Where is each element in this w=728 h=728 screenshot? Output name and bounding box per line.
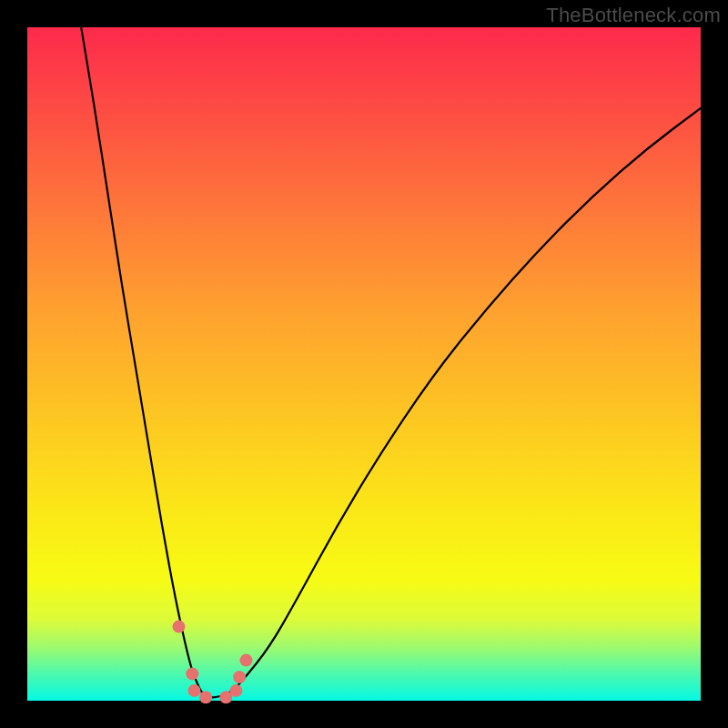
chart-frame: TheBottleneck.com — [0, 0, 728, 728]
curve-layer — [27, 27, 701, 701]
data-point-p3 — [188, 684, 201, 697]
data-point-p6 — [229, 684, 242, 697]
bottleneck-curve — [81, 27, 701, 697]
data-point-p2 — [186, 667, 198, 680]
data-point-p4 — [199, 691, 212, 703]
plot-area — [27, 27, 701, 701]
watermark-text: TheBottleneck.com — [546, 4, 721, 27]
data-point-p7 — [233, 671, 246, 683]
data-point-p1 — [173, 621, 186, 633]
data-point-p8 — [240, 654, 253, 667]
